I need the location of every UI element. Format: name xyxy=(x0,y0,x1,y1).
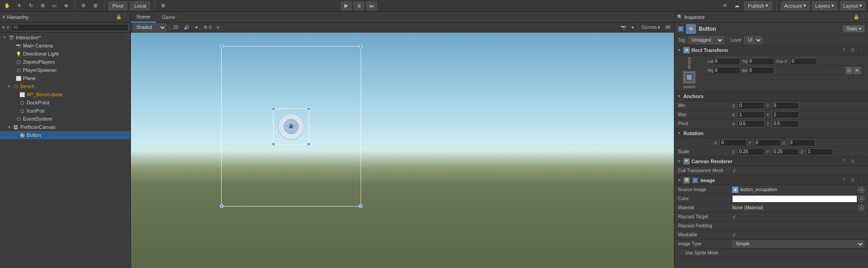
hierarchy-item-zepeto-players[interactable]: ⬡ ZepetoPlayers xyxy=(0,58,130,66)
hierarchy-item-button[interactable]: 🔘 Button xyxy=(0,131,130,139)
scale-z-input[interactable] xyxy=(806,148,833,155)
all-btn[interactable]: All xyxy=(664,24,672,32)
pivot-btn[interactable]: Pivot xyxy=(108,1,127,10)
canvas-renderer-info-btn[interactable]: ? xyxy=(840,158,847,165)
scale-x-input[interactable] xyxy=(738,148,765,155)
handle-tr[interactable] xyxy=(359,45,362,48)
settings-tool[interactable]: ⚙ xyxy=(79,1,88,10)
canvas-renderer-section-header[interactable]: ▼ 👁 Canvas Renderer ? ⊡ ⋮ xyxy=(674,156,868,166)
posz-value-input[interactable] xyxy=(790,58,817,65)
view-scale-btn[interactable]: 20 xyxy=(172,24,180,32)
hierarchy-item-ap-bench-base[interactable]: ⬜ AP_Bench-base xyxy=(0,90,130,99)
hierarchy-search[interactable] xyxy=(11,24,129,31)
shading-mode-select[interactable]: Shaded Wireframe xyxy=(133,24,167,32)
layers-dropdown[interactable]: Layers ▾ xyxy=(812,1,837,10)
hierarchy-menu-icon[interactable]: ⋮ xyxy=(123,14,128,19)
cull-transparent-check[interactable]: ✓ xyxy=(732,168,737,174)
inspector-lock-icon[interactable]: 🔒 xyxy=(854,14,859,19)
rect-transform-info-btn[interactable]: ? xyxy=(840,47,847,54)
scene-tab[interactable]: Scene xyxy=(131,12,156,23)
camera-move-btn[interactable]: 📷 xyxy=(619,24,628,32)
rotation-y-input[interactable] xyxy=(754,139,781,146)
color-target-btn[interactable]: ◎ xyxy=(858,196,864,202)
anchor-box-stretch[interactable] xyxy=(683,71,696,84)
hierarchy-item-icon-pos[interactable]: ⬡ IconPos xyxy=(0,107,130,115)
publish-btn[interactable]: Publish ▾ xyxy=(744,1,772,10)
min-x-input[interactable] xyxy=(738,102,765,109)
pivot-y-input[interactable] xyxy=(772,120,799,127)
tag-dropdown[interactable]: Untagged xyxy=(688,36,724,44)
move-tool[interactable]: ✛ xyxy=(14,1,23,10)
image-menu-btn[interactable]: ⋮ xyxy=(858,177,865,184)
rotate-tool[interactable]: ↻ xyxy=(26,1,35,10)
sun-icon[interactable]: ☀ xyxy=(720,1,729,10)
image-link-btn[interactable]: ⊡ xyxy=(849,177,856,184)
hierarchy-lock-icon[interactable]: 🔓 xyxy=(116,14,121,19)
hierarchy-item-bench[interactable]: ▼ ⬡ Bench xyxy=(0,82,130,90)
image-type-dropdown[interactable]: Simple Sliced Tiled Filled xyxy=(732,240,864,248)
rect-transform-menu-btn[interactable]: ⋮ xyxy=(858,47,865,54)
cloud-icon[interactable]: ☁ xyxy=(732,1,741,10)
handle-br[interactable] xyxy=(359,204,362,208)
hierarchy-item-plane[interactable]: ⬜ Plane xyxy=(0,74,130,82)
step-button[interactable]: ⏭ xyxy=(366,1,377,10)
layer-dropdown[interactable]: UI xyxy=(744,36,762,44)
rotation-z-input[interactable] xyxy=(788,139,815,146)
btn-handle-br[interactable] xyxy=(307,142,311,146)
material-target-btn[interactable]: ◎ xyxy=(858,205,864,211)
fx-btn[interactable]: ✦ xyxy=(193,24,200,32)
anchors-section-header[interactable]: ▼ Anchors xyxy=(674,91,868,101)
hierarchy-item-event-system[interactable]: ⬡ EventSystem xyxy=(0,115,130,123)
rect-transform-section-header[interactable]: ▼ ⊞ Rect Transform ? ⊡ ⋮ xyxy=(674,45,868,55)
min-y-input[interactable] xyxy=(772,102,799,109)
handle-tl[interactable] xyxy=(220,45,223,48)
pivot-x-input[interactable] xyxy=(738,120,765,127)
grid-tool[interactable]: ⊞ xyxy=(91,1,100,10)
hierarchy-item-directional-light[interactable]: 💡 Directional Light xyxy=(0,50,130,58)
rotation-x-input[interactable] xyxy=(719,139,747,146)
hierarchy-item-main-camera[interactable]: 📷 Main Camera xyxy=(0,42,130,50)
image-info-btn[interactable]: ? xyxy=(840,177,847,184)
scene-canvas[interactable] xyxy=(131,33,674,268)
gizmos-btn[interactable]: Gizmos ▾ xyxy=(640,24,662,32)
hierarchy-item-pref-icon-canvas[interactable]: ▼ 🖼 PrefIconCanvas xyxy=(0,123,130,131)
canvas-renderer-menu-btn[interactable]: ⋮ xyxy=(858,158,865,165)
layout-dropdown[interactable]: Layout ▾ xyxy=(840,1,865,10)
btn-handle-tl[interactable] xyxy=(272,107,275,111)
hand-tool[interactable]: ✋ xyxy=(3,1,12,10)
rect-tool[interactable]: ▭ xyxy=(50,1,59,10)
scene-options-btn[interactable]: ⚙ 0 xyxy=(202,24,213,32)
transform-tool[interactable]: ⊕ xyxy=(61,1,70,10)
game-tab[interactable]: Game xyxy=(156,12,181,23)
scale-tool[interactable]: ⊞ xyxy=(38,1,47,10)
left-value-input[interactable] xyxy=(713,58,740,65)
rotation-section-header[interactable]: ▼ Rotation xyxy=(674,128,868,138)
grid-snap-btn[interactable]: ⊞ xyxy=(159,1,168,10)
top-value-input[interactable] xyxy=(747,58,775,65)
hierarchy-item-dock-point[interactable]: ⬡ DockPoint xyxy=(0,99,130,107)
play-button[interactable]: ▶ xyxy=(341,1,352,10)
hierarchy-item-interaction[interactable]: ▼ 🎬 Interaction* ⋮ xyxy=(0,33,130,42)
right-value-input[interactable] xyxy=(713,67,740,74)
static-badge[interactable]: Static ▾ xyxy=(843,25,864,32)
inspector-menu-icon[interactable]: ⋮ xyxy=(861,14,865,19)
blueprint-btn1[interactable]: ⊡ xyxy=(845,67,853,74)
blueprint-btn2[interactable]: R xyxy=(854,67,861,74)
image-enabled-checkbox[interactable]: ✓ xyxy=(692,178,698,183)
pause-button[interactable]: ⏸ xyxy=(353,1,364,10)
audio-btn[interactable]: 🔊 xyxy=(182,24,191,32)
btn-handle-tr[interactable] xyxy=(307,107,311,111)
color-swatch[interactable] xyxy=(732,195,857,202)
max-y-input[interactable] xyxy=(772,111,799,118)
hierarchy-item-player-spawner[interactable]: ⬡ PlayerSpawner xyxy=(0,66,130,74)
item-menu-interaction[interactable]: ⋮ xyxy=(124,35,130,41)
layers-scene-btn[interactable]: ≡ xyxy=(215,24,221,32)
raycast-target-check[interactable]: ✓ xyxy=(732,214,737,220)
account-dropdown[interactable]: Account ▾ xyxy=(781,1,809,10)
image-section-header[interactable]: ▼ 🖼 ✓ Image ? ⊡ ⋮ xyxy=(674,175,868,185)
component-enabled-checkbox[interactable]: ✓ xyxy=(678,26,683,32)
rect-transform-link-btn[interactable]: ⊡ xyxy=(849,47,856,54)
scale-y-input[interactable] xyxy=(772,148,799,155)
view-opts-btn[interactable]: ▾ xyxy=(630,24,636,32)
maskable-check[interactable]: ✓ xyxy=(732,232,737,238)
